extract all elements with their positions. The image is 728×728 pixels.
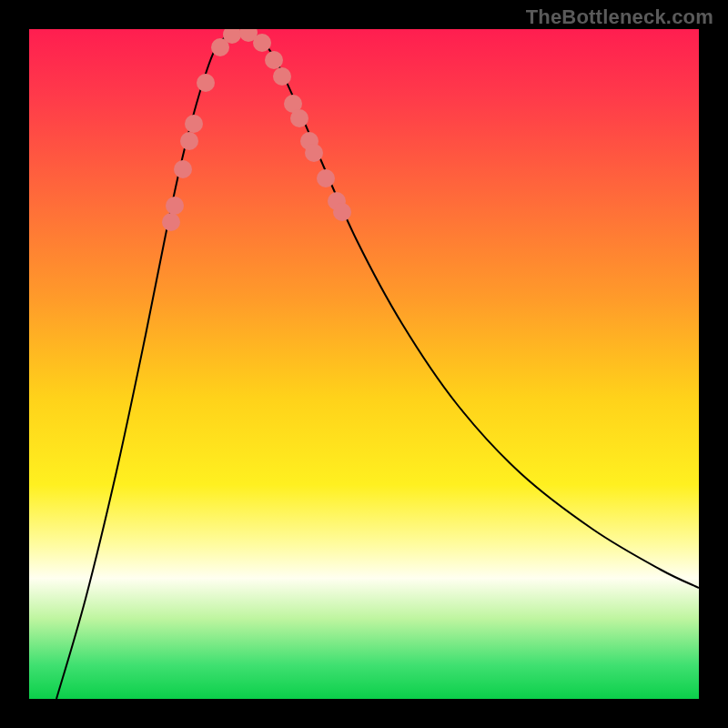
marker-markers-left-0 xyxy=(162,213,180,231)
marker-markers-left-1 xyxy=(166,197,184,215)
marker-markers-left-4 xyxy=(185,115,203,133)
marker-markers-right-8 xyxy=(333,203,351,221)
marker-markers-left-2 xyxy=(174,160,192,178)
marker-markers-left-5 xyxy=(197,74,215,92)
curve-left-curve xyxy=(56,32,234,699)
marker-markers-left-3 xyxy=(180,132,198,150)
marker-markers-right-0 xyxy=(265,51,283,69)
marker-group xyxy=(162,29,351,231)
marker-markers-right-1 xyxy=(273,67,291,86)
marker-markers-right-6 xyxy=(317,169,335,187)
chart-area xyxy=(29,29,699,699)
chart-svg xyxy=(29,29,699,699)
marker-markers-bottom-3 xyxy=(253,34,271,52)
watermark-text: TheBottleneck.com xyxy=(526,5,713,29)
marker-markers-right-5 xyxy=(305,144,323,162)
curve-group xyxy=(56,31,699,699)
marker-markers-right-3 xyxy=(290,109,308,127)
